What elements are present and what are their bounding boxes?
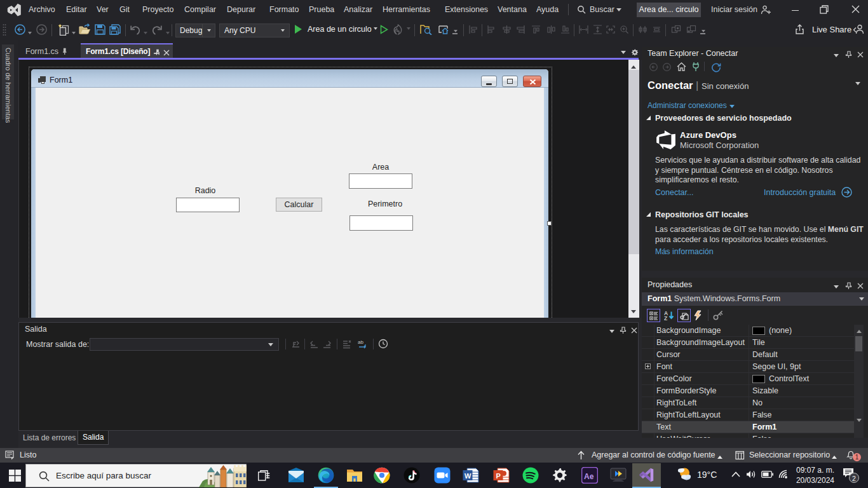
svg-text:Ae: Ae bbox=[584, 472, 594, 481]
svg-text:ab: ab bbox=[358, 339, 363, 345]
svg-text:Z: Z bbox=[664, 315, 667, 321]
svg-text:W: W bbox=[465, 472, 471, 480]
svg-text:P: P bbox=[496, 472, 501, 480]
